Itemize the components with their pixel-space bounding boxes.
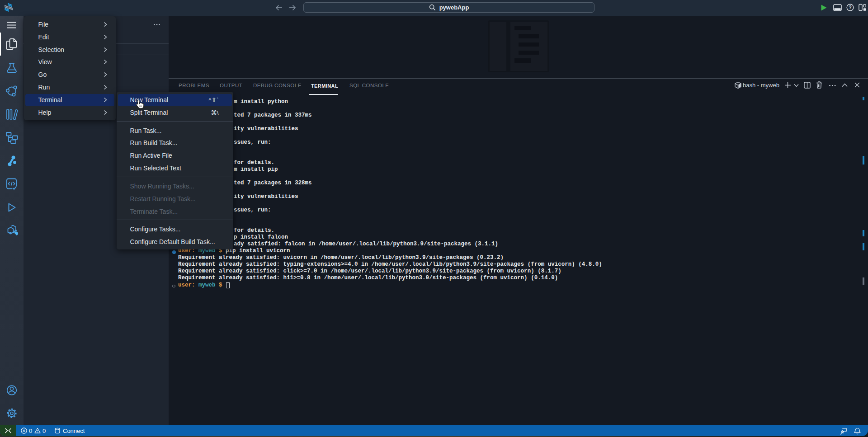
svg-text:?: ? bbox=[849, 5, 851, 10]
